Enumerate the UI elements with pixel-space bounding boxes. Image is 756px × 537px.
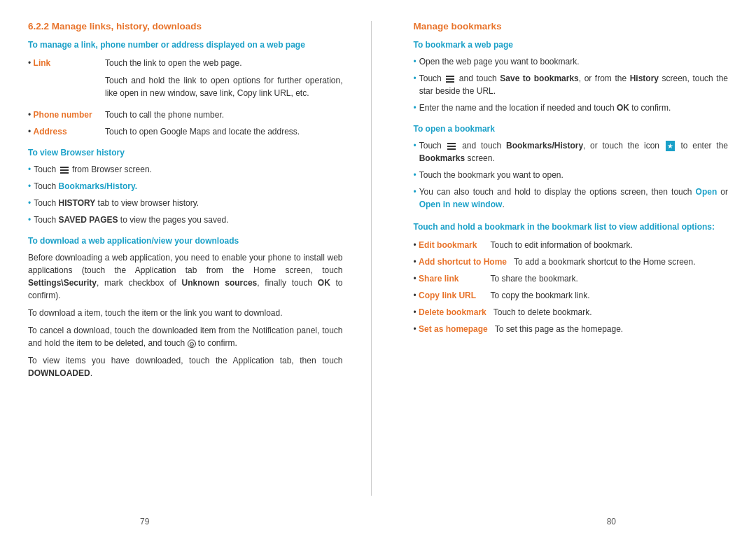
open-text: Open <box>696 187 718 197</box>
option-delete-def: Touch to delete bookmark. <box>493 306 728 319</box>
term-address-label: Address <box>34 127 67 137</box>
downloaded-text: DOWNLOADED <box>28 368 90 378</box>
settings-icon: ⚙ <box>188 340 196 348</box>
option-shortcut-def: To add a bookmark shortcut to the Home s… <box>514 256 728 268</box>
right-section-title: Manage bookmarks <box>414 21 729 32</box>
option-edit-label: Edit bookmark <box>419 240 477 250</box>
hold-bookmark-title: Touch and hold a bookmark in the bookmar… <box>414 221 729 233</box>
left-section-title: 6.2.2 Manage links, history, downloads <box>28 21 343 32</box>
term-phone: • Phone number Touch to call the phone n… <box>28 109 343 121</box>
history-bullet-2: • Touch Bookmarks/History. <box>28 180 343 193</box>
menu-icon-3 <box>447 143 456 150</box>
bookmarks-history-link: Bookmarks/History. <box>59 181 137 191</box>
option-share-def: To share the bookmark. <box>491 272 729 285</box>
term-address: • Address Touch to open Google Maps and … <box>28 125 343 138</box>
open-new-window-text: Open in new window <box>419 200 503 209</box>
bullet-icon-4: • <box>28 214 31 226</box>
download-p4: To view items you have downloaded, touch… <box>28 354 343 379</box>
option-homepage-def: To set this page as the homepage. <box>495 323 728 335</box>
bookmark-bullet-2: • Touch and touch Save to bookmarks, or … <box>414 72 729 97</box>
download-p2: To download a item, touch the item or th… <box>28 307 343 319</box>
open-bookmark-title: To open a bookmark <box>414 124 729 134</box>
download-p3: To cancel a download, touch the download… <box>28 324 343 349</box>
history-tab-text: HISTORY <box>59 198 96 208</box>
term-phone-label: Phone number <box>34 110 92 120</box>
menu-icon-2 <box>446 76 454 83</box>
bullet-ob-1: • <box>414 139 416 165</box>
option-shortcut: • Add shortcut to Home To add a bookmark… <box>414 256 729 268</box>
term-link: • Link Touch the link to open the web pa… <box>28 57 343 104</box>
bullet-icon-1: • <box>28 163 31 176</box>
option-shortcut-label: Add shortcut to Home <box>419 257 507 267</box>
option-homepage-label: Set as homepage <box>419 324 488 334</box>
option-edit-def: Touch to edit information of bookmark. <box>491 239 729 251</box>
bullet-bk-1: • <box>414 55 416 68</box>
bookmark-title: To bookmark a web page <box>414 40 729 50</box>
right-column: Manage bookmarks To bookmark a web page … <box>400 21 729 496</box>
left-column: 6.2.2 Manage links, history, downloads T… <box>28 21 343 496</box>
footer: 79 80 <box>0 510 756 537</box>
saved-pages-text: SAVED PAGES <box>59 215 118 225</box>
history-bullet-4: • Touch SAVED PAGES to view the pages yo… <box>28 214 343 226</box>
option-copy: • Copy link URL To copy the bookmark lin… <box>414 289 729 302</box>
page-number-right: 80 <box>607 517 616 526</box>
bookmark-bullet-1: • Open the web page you want to bookmark… <box>414 55 729 68</box>
download-p1: Before downloading a web application, yo… <box>28 251 343 302</box>
term-link-def2: Touch and hold the link to open options … <box>105 74 343 99</box>
option-homepage: • Set as homepage To set this page as th… <box>414 323 729 335</box>
history-bullet-3: • Touch HISTORY tab to view browser hist… <box>28 197 343 209</box>
term-phone-def: Touch to call the phone number. <box>105 109 343 121</box>
bookmark-bullet-3: • Enter the name and the location if nee… <box>414 102 729 114</box>
bullet-icon-2: • <box>28 180 31 193</box>
download-title: To download a web application/view your … <box>28 236 343 246</box>
bullet-bk-2: • <box>414 72 416 97</box>
open-bullet-1: • Touch and touch Bookmarks/History, or … <box>414 139 729 165</box>
option-copy-def: To copy the bookmark link. <box>491 289 729 302</box>
option-delete-label: Delete bookmark <box>419 307 486 317</box>
page-number-left: 79 <box>140 517 149 526</box>
bullet-icon-3: • <box>28 197 31 209</box>
star-icon: ★ <box>666 141 675 151</box>
bullet-bk-3: • <box>414 102 416 114</box>
bullet-ob-3: • <box>414 186 416 211</box>
bullet-ob-2: • <box>414 169 416 181</box>
option-copy-label: Copy link URL <box>419 291 476 300</box>
column-divider <box>371 21 372 496</box>
menu-icon-1 <box>60 167 69 174</box>
open-bullet-2: • Touch the bookmark you want to open. <box>414 169 729 181</box>
option-delete: • Delete bookmark Touch to delete bookma… <box>414 306 729 319</box>
option-share: • Share link To share the bookmark. <box>414 272 729 285</box>
term-address-def: Touch to open Google Maps and locate the… <box>105 125 343 138</box>
term-link-label: Link <box>34 58 51 68</box>
option-edit: • Edit bookmark Touch to edit informatio… <box>414 239 729 251</box>
option-share-label: Share link <box>419 274 458 284</box>
options-list: • Edit bookmark Touch to edit informatio… <box>414 239 729 335</box>
history-bullet-1: • Touch from Browser screen. <box>28 163 343 176</box>
term-link-def1: Touch the link to open the web page. <box>105 57 343 69</box>
history-title: To view Browser history <box>28 148 343 158</box>
open-bullet-3: • You can also touch and hold to display… <box>414 186 729 211</box>
manage-link-title: To manage a link, phone number or addres… <box>28 40 343 50</box>
